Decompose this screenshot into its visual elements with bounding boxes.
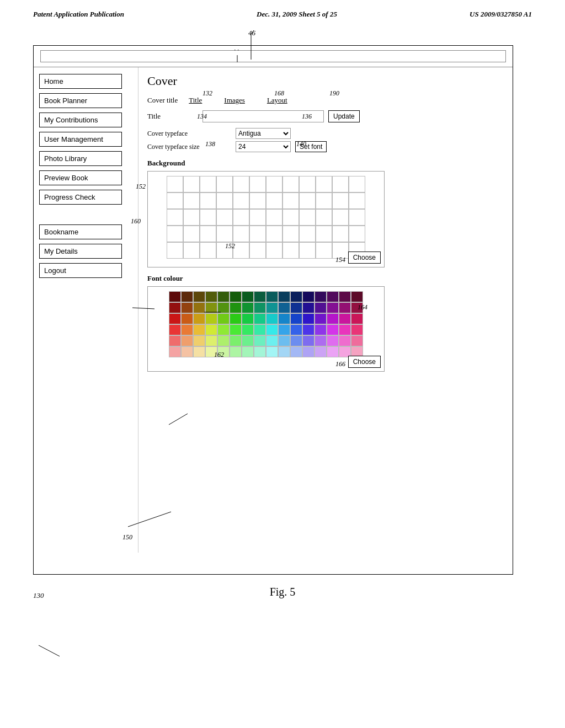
bg-cell[interactable] [233, 226, 249, 242]
fc-cell[interactable] [278, 302, 290, 313]
fc-cell[interactable] [290, 313, 302, 324]
fc-cell[interactable] [181, 346, 193, 357]
bg-cell[interactable] [282, 209, 299, 226]
search-bar[interactable] [40, 50, 506, 62]
fc-cell[interactable] [193, 313, 205, 324]
fc-cell[interactable] [290, 302, 302, 313]
sidebar-btn-photo-library[interactable]: Photo Library [39, 151, 122, 166]
bg-cell[interactable] [216, 176, 233, 192]
fc-cell[interactable] [339, 302, 351, 313]
fc-cell[interactable] [254, 302, 266, 313]
bg-cell[interactable] [332, 192, 349, 209]
fc-cell[interactable] [169, 335, 181, 346]
fc-cell[interactable] [339, 291, 351, 302]
bg-cell[interactable] [316, 242, 332, 259]
fc-cell[interactable] [339, 335, 351, 346]
fc-cell[interactable] [230, 346, 242, 357]
fc-cell[interactable] [290, 346, 302, 357]
fc-cell[interactable] [266, 335, 278, 346]
bg-cell[interactable] [249, 242, 266, 259]
sidebar-btn-my-contributions[interactable]: My Contributions [39, 113, 122, 127]
fc-cell[interactable] [193, 302, 205, 313]
fc-cell[interactable] [290, 335, 302, 346]
bg-cell[interactable] [332, 226, 349, 242]
sidebar-btn-bookname[interactable]: Bookname [39, 224, 122, 239]
fc-cell[interactable] [230, 313, 242, 324]
fc-cell[interactable] [315, 291, 327, 302]
fc-cell[interactable] [302, 302, 315, 313]
bg-cell[interactable] [200, 192, 216, 209]
bg-cell[interactable] [316, 209, 332, 226]
fc-cell[interactable] [327, 313, 339, 324]
fc-cell[interactable] [193, 346, 205, 357]
bg-cell[interactable] [216, 226, 233, 242]
bg-cell[interactable] [167, 192, 183, 209]
fc-cell[interactable] [181, 335, 193, 346]
fc-cell[interactable] [230, 324, 242, 335]
tab-title[interactable]: Title [189, 96, 202, 105]
bg-cell[interactable] [183, 176, 200, 192]
fc-cell[interactable] [181, 302, 193, 313]
bg-cell[interactable] [282, 226, 299, 242]
fc-cell[interactable] [193, 291, 205, 302]
fc-cell[interactable] [351, 313, 363, 324]
bg-cell[interactable] [167, 226, 183, 242]
fc-cell[interactable] [242, 324, 254, 335]
bg-cell[interactable] [316, 226, 332, 242]
bg-cell[interactable] [249, 192, 266, 209]
bg-cell[interactable] [216, 192, 233, 209]
fc-cell[interactable] [351, 291, 363, 302]
fc-cell[interactable] [181, 324, 193, 335]
fc-cell[interactable] [327, 324, 339, 335]
fc-cell[interactable] [205, 324, 217, 335]
bg-cell[interactable] [183, 226, 200, 242]
bg-cell[interactable] [316, 192, 332, 209]
bg-cell[interactable] [233, 192, 249, 209]
fc-cell[interactable] [266, 302, 278, 313]
fc-cell[interactable] [315, 302, 327, 313]
bg-cell[interactable] [183, 209, 200, 226]
tab-images[interactable]: Images [224, 96, 245, 105]
bg-cell[interactable] [249, 176, 266, 192]
bg-cell[interactable] [266, 192, 282, 209]
bg-cell[interactable] [216, 242, 233, 259]
fc-cell[interactable] [315, 324, 327, 335]
fc-cell[interactable] [169, 291, 181, 302]
fc-cell[interactable] [327, 302, 339, 313]
bg-cell[interactable] [332, 176, 349, 192]
bg-cell[interactable] [266, 242, 282, 259]
fc-cell[interactable] [302, 324, 315, 335]
typeface-size-select[interactable]: 24 [236, 141, 291, 152]
bg-cell[interactable] [249, 226, 266, 242]
bg-cell[interactable] [282, 242, 299, 259]
sidebar-btn-home[interactable]: Home [39, 74, 122, 89]
bg-cell[interactable] [233, 209, 249, 226]
fc-cell[interactable] [242, 313, 254, 324]
bg-cell[interactable] [266, 226, 282, 242]
fc-cell[interactable] [217, 291, 230, 302]
bg-cell[interactable] [266, 176, 282, 192]
fc-cell[interactable] [169, 324, 181, 335]
bg-cell[interactable] [349, 176, 365, 192]
fc-cell[interactable] [315, 335, 327, 346]
fc-cell[interactable] [254, 291, 266, 302]
fc-cell[interactable] [181, 291, 193, 302]
fc-cell[interactable] [205, 346, 217, 357]
fc-cell[interactable] [242, 291, 254, 302]
fc-cell[interactable] [315, 346, 327, 357]
fc-cell[interactable] [351, 302, 363, 313]
fc-cell[interactable] [242, 335, 254, 346]
fc-cell[interactable] [302, 335, 315, 346]
sidebar-btn-logout[interactable]: Logout [39, 263, 122, 278]
fc-cell[interactable] [205, 313, 217, 324]
fc-cell[interactable] [339, 313, 351, 324]
sidebar-btn-my-details[interactable]: My Details [39, 244, 122, 259]
sidebar-btn-preview-book[interactable]: Preview Book [39, 170, 122, 185]
fc-cell[interactable] [327, 291, 339, 302]
fc-cell[interactable] [254, 313, 266, 324]
bg-cell[interactable] [282, 176, 299, 192]
bg-cell[interactable] [299, 192, 316, 209]
bg-cell[interactable] [299, 242, 316, 259]
fc-cell[interactable] [230, 335, 242, 346]
fc-cell[interactable] [278, 335, 290, 346]
